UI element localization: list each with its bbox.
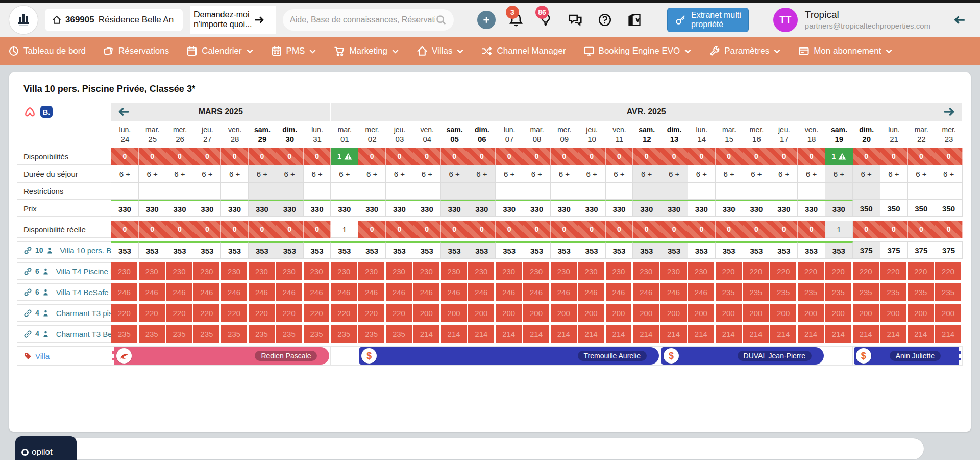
cell-villa-t4-besafe-plus[interactable]: 235 — [798, 283, 825, 301]
cell-duree-sejour[interactable]: 6 + — [468, 165, 496, 182]
cell-prix[interactable]: 330 — [578, 200, 606, 217]
cell-charmant-t3-piscine[interactable]: 200 — [853, 304, 880, 322]
cell-dispo-reelle[interactable]: 0 — [413, 221, 441, 238]
cell-villa-t4-piscine-privee[interactable]: 230 — [276, 262, 304, 280]
nav-item-marketing[interactable]: Marketing — [334, 45, 399, 57]
cell-duree-sejour[interactable]: 6 + — [578, 165, 606, 182]
cell-charmant-t3-piscine[interactable]: 220 — [304, 304, 331, 322]
cell-dispo-reelle[interactable]: 0 — [249, 221, 276, 238]
cell-prix[interactable]: 350 — [908, 200, 935, 217]
row-label-charmant-t3-piscine[interactable]: 4 Charmant T3 piscine — [17, 304, 111, 322]
language-button[interactable] — [623, 9, 646, 31]
cell-duree-sejour[interactable]: 6 + — [743, 165, 771, 182]
cell-restrictions[interactable] — [276, 182, 304, 200]
cell-villa-t4-besafe-plus[interactable]: 235 — [853, 283, 880, 301]
cell-duree-sejour[interactable]: 6 + — [221, 165, 249, 182]
cell-charmant-t3-piscine[interactable]: 200 — [798, 304, 825, 322]
cell-villa-t4-piscine-privee[interactable]: 220 — [770, 262, 798, 280]
cell-villa-t4-besafe-plus[interactable]: 246 — [166, 283, 194, 301]
cell-dispo-reelle[interactable]: 1 — [825, 221, 853, 238]
cell-duree-sejour[interactable]: 6 + — [825, 165, 853, 182]
cell-villa-10-besafe[interactable]: 353 — [413, 241, 441, 259]
cell-charmant-t3-besafe[interactable]: 214 — [825, 325, 853, 343]
cell-duree-sejour[interactable]: 6 + — [111, 165, 139, 182]
cell-charmant-t3-besafe[interactable]: 214 — [660, 325, 688, 343]
cell-villa-t4-piscine-privee[interactable]: 230 — [441, 262, 469, 280]
cell-villa-t4-piscine-privee[interactable]: 230 — [193, 262, 221, 280]
cell-villa-10-besafe[interactable]: 353 — [221, 241, 249, 259]
cell-dispo-reelle[interactable]: 0 — [358, 221, 386, 238]
cell-villa-t4-piscine-privee[interactable]: 220 — [935, 262, 963, 280]
help-button[interactable] — [594, 9, 616, 31]
cell-disponibilites[interactable]: 0 — [880, 148, 908, 165]
cell-villa-t4-besafe-plus[interactable]: 246 — [413, 283, 441, 301]
cell-villa-t4-piscine-privee[interactable]: 230 — [166, 262, 194, 280]
cell-villa-10-besafe[interactable]: 375 — [880, 241, 908, 259]
cell-disponibilites[interactable]: 0 — [358, 148, 386, 165]
cell-charmant-t3-piscine[interactable]: 200 — [660, 304, 688, 322]
cell-villa-t4-piscine-privee[interactable]: 230 — [606, 262, 633, 280]
cell-villa-10-besafe[interactable]: 353 — [798, 241, 825, 259]
booking-bar[interactable]: $DUVAL Jean-Pierre — [662, 347, 824, 365]
row-label-villa-t4-besafe-plus[interactable]: 6 Villa T4 BeSafe Plus — [17, 283, 111, 301]
cell-restrictions[interactable] — [606, 182, 633, 200]
ask-anything-box[interactable]: Demandez-moi n'importe quoi... — [190, 6, 276, 34]
cell-charmant-t3-besafe[interactable]: 235 — [139, 325, 166, 343]
cell-dispo-reelle[interactable]: 0 — [743, 221, 771, 238]
cell-villa-10-besafe[interactable]: 375 — [935, 241, 963, 259]
cell-restrictions[interactable] — [880, 182, 908, 200]
cell-duree-sejour[interactable]: 6 + — [606, 165, 633, 182]
cell-disponibilites[interactable]: 0 — [798, 148, 825, 165]
cell-dispo-reelle[interactable]: 0 — [880, 221, 908, 238]
cell-restrictions[interactable] — [166, 182, 194, 200]
cell-prix[interactable]: 350 — [935, 200, 963, 217]
cell-charmant-t3-piscine[interactable]: 200 — [468, 304, 496, 322]
cell-villa-t4-besafe-plus[interactable]: 246 — [139, 283, 166, 301]
cell-restrictions[interactable] — [660, 182, 688, 200]
cell-villa-t4-besafe-plus[interactable]: 246 — [276, 283, 304, 301]
cell-villa-t4-besafe-plus[interactable]: 246 — [111, 283, 139, 301]
cell-charmant-t3-piscine[interactable]: 220 — [221, 304, 249, 322]
cell-villa-t4-piscine-privee[interactable]: 220 — [743, 262, 771, 280]
cell-villa-10-besafe[interactable]: 375 — [908, 241, 935, 259]
cell-prix[interactable]: 330 — [551, 200, 578, 217]
cell-charmant-t3-besafe[interactable]: 235 — [249, 325, 276, 343]
cell-villa-10-besafe[interactable]: 353 — [770, 241, 798, 259]
cell-villa-10-besafe[interactable]: 353 — [386, 241, 413, 259]
cell-disponibilites[interactable]: 0 — [249, 148, 276, 165]
cell-villa-t4-besafe-plus[interactable]: 246 — [386, 283, 413, 301]
cell-dispo-reelle[interactable]: 0 — [853, 221, 880, 238]
cell-prix[interactable]: 330 — [331, 200, 358, 217]
cell-charmant-t3-piscine[interactable]: 200 — [496, 304, 523, 322]
cell-charmant-t3-piscine[interactable]: 200 — [578, 304, 606, 322]
cell-charmant-t3-besafe[interactable]: 235 — [193, 325, 221, 343]
cell-charmant-t3-besafe[interactable]: 214 — [578, 325, 606, 343]
cell-prix[interactable]: 330 — [111, 200, 139, 217]
cell-dispo-reelle[interactable]: 0 — [688, 221, 716, 238]
nav-item-mon-abonnement[interactable]: Mon abonnement — [798, 45, 893, 57]
cell-disponibilites[interactable]: 0 — [386, 148, 413, 165]
cell-disponibilites[interactable]: 0 — [660, 148, 688, 165]
cell-charmant-t3-piscine[interactable]: 200 — [606, 304, 633, 322]
cell-charmant-t3-piscine[interactable]: 220 — [166, 304, 194, 322]
cell-duree-sejour[interactable]: 6 + — [496, 165, 523, 182]
cell-villa-10-besafe[interactable]: 353 — [551, 241, 578, 259]
cell-charmant-t3-piscine[interactable]: 200 — [551, 304, 578, 322]
cell-dispo-reelle[interactable]: 0 — [139, 221, 166, 238]
cell-prix[interactable]: 330 — [139, 200, 166, 217]
cell-charmant-t3-besafe[interactable]: 235 — [358, 325, 386, 343]
cell-dispo-reelle[interactable]: 0 — [770, 221, 798, 238]
cell-villa-10-besafe[interactable]: 353 — [743, 241, 771, 259]
cell-duree-sejour[interactable]: 6 + — [633, 165, 660, 182]
cell-villa-10-besafe[interactable]: 353 — [111, 241, 139, 259]
cell-villa-t4-piscine-privee[interactable]: 230 — [578, 262, 606, 280]
cell-villa-10-besafe[interactable]: 353 — [441, 241, 469, 259]
cell-charmant-t3-besafe[interactable]: 214 — [688, 325, 716, 343]
cell-duree-sejour[interactable]: 6 + — [331, 165, 358, 182]
cell-villa-t4-besafe-plus[interactable]: 246 — [358, 283, 386, 301]
cell-charmant-t3-besafe[interactable]: 214 — [770, 325, 798, 343]
ideas-button[interactable]: 86 — [534, 9, 557, 31]
cell-charmant-t3-besafe[interactable]: 214 — [441, 325, 469, 343]
cell-charmant-t3-piscine[interactable]: 200 — [441, 304, 469, 322]
airbnb-icon[interactable] — [23, 106, 36, 118]
